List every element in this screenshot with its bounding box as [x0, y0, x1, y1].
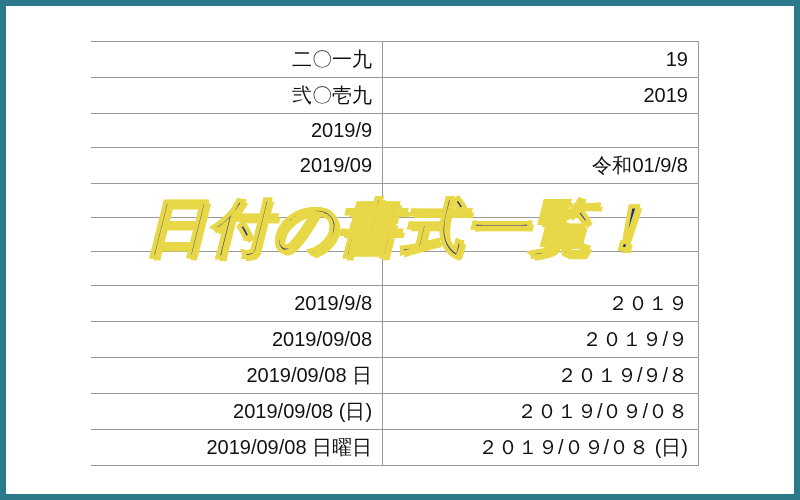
table-row: 2019/09/08 ２０１９/９ [91, 322, 699, 358]
cell-left[interactable]: 2019/09/08 [91, 322, 383, 358]
cell-left[interactable]: 2019/09/08 日曜日 [91, 430, 383, 466]
page-title: 日付の書式一覧！ [144, 186, 657, 270]
cell-left[interactable]: 弐〇壱九 [91, 78, 383, 114]
cell-left[interactable]: 2019/9 [91, 114, 383, 148]
cell-right[interactable]: ２０１９/９/８ [383, 358, 699, 394]
table-row: 弐〇壱九 2019 [91, 78, 699, 114]
cell-left[interactable]: 2019/09/08 日 [91, 358, 383, 394]
cell-right[interactable]: ２０１９/９ [383, 322, 699, 358]
cell-left[interactable]: 二〇一九 [91, 42, 383, 78]
cell-right[interactable]: ２０１９/０９/０８ [383, 394, 699, 430]
cell-right[interactable]: 2019 [383, 78, 699, 114]
table-row: 2019/9/8 ２０１９ [91, 286, 699, 322]
table-row: 2019/09/08 日 ２０１９/９/８ [91, 358, 699, 394]
cell-right[interactable]: 令和01/9/8 [383, 148, 699, 184]
table-row: 2019/09 令和01/9/8 [91, 148, 699, 184]
cell-left[interactable]: 2019/09/08 (日) [91, 394, 383, 430]
cell-left[interactable]: 2019/9/8 [91, 286, 383, 322]
cell-left[interactable]: 2019/09 [91, 148, 383, 184]
cell-right[interactable]: ２０１９ [383, 286, 699, 322]
table-row: 2019/09/08 (日) ２０１９/０９/０８ [91, 394, 699, 430]
cell-right[interactable] [383, 114, 699, 148]
cell-right[interactable]: 19 [383, 42, 699, 78]
table-row: 二〇一九 19 [91, 42, 699, 78]
table-row: 2019/09/08 日曜日 ２０１９/０９/０８ (日) [91, 430, 699, 466]
table-row: 2019/9 [91, 114, 699, 148]
cell-right[interactable]: ２０１９/０９/０８ (日) [383, 430, 699, 466]
